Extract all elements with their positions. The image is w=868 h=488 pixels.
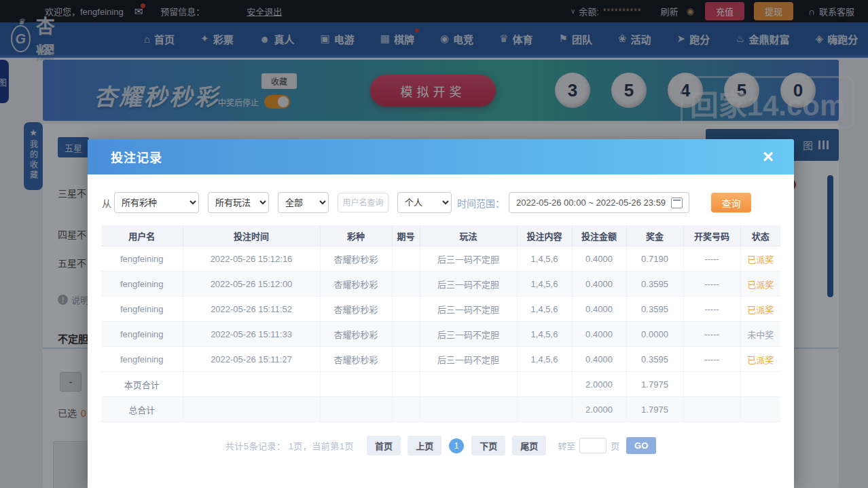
table-cell: 本页合计 [101, 372, 183, 397]
table-row: fengfeining2022-05-26 15:11:33杏耀秒秒彩后三一码不… [101, 322, 780, 347]
date-range-input[interactable]: 2022-05-26 00:00 ~ 2022-05-26 23:59 [509, 192, 689, 213]
close-icon[interactable]: × [763, 147, 774, 166]
summary-row: 本页合计2.00001.7975 [101, 372, 780, 397]
table-header-cell: 投注时间 [183, 225, 320, 246]
table-header-cell: 玩法 [420, 225, 517, 246]
table-cell: 0.3595 [626, 347, 683, 372]
filter-row: 从 所有彩种 所有玩法 全部 个人 时间范围： 2022-05-26 00:00… [102, 192, 751, 213]
goto-label: 转至 [558, 439, 575, 452]
play-type-select[interactable]: 所有玩法 [208, 192, 269, 213]
table-cell [392, 397, 420, 422]
table-cell [420, 397, 517, 422]
table-cell: 杏耀秒秒彩 [320, 322, 392, 347]
table-cell [183, 397, 320, 422]
table-cell [740, 372, 780, 397]
calendar-icon [671, 198, 683, 208]
table-cell [683, 372, 740, 397]
table-cell: ----- [683, 246, 740, 271]
table-cell: fengfeining [101, 297, 183, 322]
app-root: 欢迎您，fengfeining ✉ 预留信息： 安全退出 ∨ 余额: *****… [0, 0, 868, 488]
table-cell: 1,4,5,6 [517, 246, 572, 271]
time-range-label: 时间范围： [457, 196, 505, 210]
table-cell: 杏耀秒秒彩 [320, 297, 392, 322]
table-cell: fengfeining [101, 271, 183, 297]
table-cell: 0.4000 [572, 347, 626, 372]
table-cell: 0.7190 [626, 246, 683, 271]
status-select[interactable]: 全部 [278, 192, 329, 213]
table-cell [392, 322, 420, 347]
table-header-cell: 彩种 [320, 225, 392, 246]
table-cell [517, 372, 572, 397]
table-header-cell: 状态 [740, 225, 780, 246]
table-cell: 0.4000 [572, 322, 626, 347]
table-cell: 0.4000 [572, 246, 626, 271]
table-header-cell: 期号 [392, 225, 420, 246]
table-cell [320, 372, 392, 397]
pagination: 共计5条记录： 1页，当前第1页 首页 上页 1 下页 尾页 转至 页 GO [101, 436, 780, 455]
table-cell: 0.3595 [626, 297, 683, 322]
modal-title: 投注记录 [111, 148, 162, 166]
table-cell: 后三一码不定胆 [420, 271, 517, 297]
prev-page-button[interactable]: 上页 [408, 436, 441, 455]
table-cell: 2022-05-26 15:11:52 [183, 297, 320, 322]
status-cell: 未中奖 [740, 322, 780, 347]
table-cell: ----- [683, 322, 740, 347]
table-row: fengfeining2022-05-26 15:11:52杏耀秒秒彩后三一码不… [101, 297, 780, 322]
table-cell: fengfeining [101, 347, 183, 372]
status-cell: 已派奖 [740, 271, 780, 297]
bet-records-table: 用户名投注时间彩种期号玩法投注内容投注金额奖金开奖号码状态fengfeining… [101, 225, 780, 422]
table-header-cell: 用户名 [101, 225, 183, 246]
table-cell [420, 372, 517, 397]
table-cell: 2022-05-26 15:12:00 [183, 271, 320, 297]
table-cell: 后三一码不定胆 [420, 322, 517, 347]
table-header-cell: 开奖号码 [683, 225, 740, 246]
date-range-value: 2022-05-26 00:00 ~ 2022-05-26 23:59 [516, 198, 666, 208]
table-cell [392, 372, 420, 397]
from-label: 从 [102, 196, 111, 210]
table-header-cell: 投注金额 [572, 225, 626, 246]
table-cell: fengfeining [101, 246, 183, 271]
lottery-type-select[interactable]: 所有彩种 [114, 192, 199, 213]
table-cell: 1.7975 [626, 397, 683, 422]
table-header-cell: 奖金 [626, 225, 683, 246]
first-page-button[interactable]: 首页 [367, 436, 401, 455]
records-count-text: 共计5条记录： 1页，当前第1页 [225, 439, 354, 452]
status-cell: 已派奖 [740, 347, 780, 372]
table-cell [392, 297, 420, 322]
table-cell: 后三一码不定胆 [420, 297, 517, 322]
table-cell: 1,4,5,6 [517, 347, 572, 372]
table-cell: 0.0000 [626, 322, 683, 347]
scope-select[interactable]: 个人 [397, 192, 452, 213]
goto-page-input[interactable] [579, 438, 607, 453]
table-cell: 杏耀秒秒彩 [320, 271, 392, 297]
table-cell: 0.4000 [572, 271, 626, 297]
table-cell: ----- [683, 347, 740, 372]
table-cell: 后三一码不定胆 [420, 246, 517, 271]
query-button[interactable]: 查询 [711, 193, 751, 212]
status-cell: 已派奖 [740, 246, 780, 271]
table-row: fengfeining2022-05-26 15:12:16杏耀秒秒彩后三一码不… [101, 246, 780, 271]
table-row: fengfeining2022-05-26 15:12:00杏耀秒秒彩后三一码不… [101, 271, 780, 297]
table-cell: 1.7975 [626, 372, 683, 397]
last-page-button[interactable]: 尾页 [512, 436, 546, 455]
status-cell: 已派奖 [740, 297, 780, 322]
table-cell: ----- [683, 297, 740, 322]
go-button[interactable]: GO [626, 437, 656, 454]
table-cell: 1,4,5,6 [517, 297, 572, 322]
current-page-button[interactable]: 1 [449, 438, 464, 453]
table-cell [517, 397, 572, 422]
table-cell: 0.3595 [626, 271, 683, 297]
next-page-button[interactable]: 下页 [471, 436, 505, 455]
table-cell [740, 397, 780, 422]
table-cell [392, 246, 420, 271]
table-cell: 2022-05-26 15:12:16 [183, 246, 320, 271]
table-cell: 2.0000 [572, 372, 626, 397]
table-cell [183, 372, 320, 397]
table-cell [320, 397, 392, 422]
username-search-input[interactable] [338, 193, 388, 212]
table-cell: 杏耀秒秒彩 [320, 246, 392, 271]
table-cell [392, 347, 420, 372]
table-cell: 2.0000 [572, 397, 626, 422]
page-unit-label: 页 [611, 439, 619, 452]
modal-header: 投注记录 × [88, 139, 794, 174]
